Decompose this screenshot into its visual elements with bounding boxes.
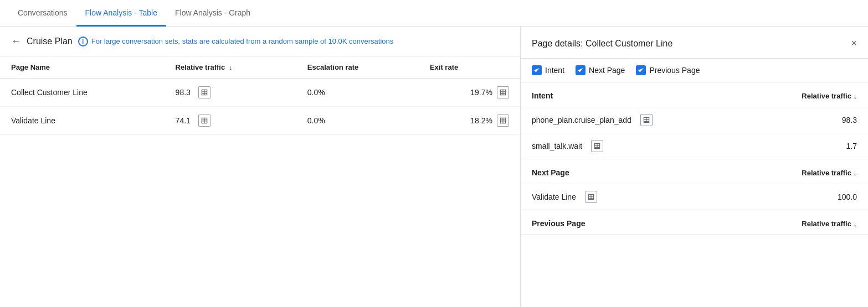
section-header-previous-page: Previous Page Relative traffic ↓: [521, 210, 868, 235]
table-icon[interactable]: [640, 114, 653, 126]
detail-row-name: phone_plan.cruise_plan_add: [532, 114, 653, 126]
checkbox-box-intent: [532, 65, 542, 75]
table-icon[interactable]: [591, 140, 603, 152]
right-panel: Page details: Collect Customer Line × In…: [521, 27, 868, 307]
table-row: Collect Customer Line 98.3 0.0% 19.7%: [0, 79, 520, 107]
section-header-next-page: Next Page Relative traffic ↓: [521, 159, 868, 184]
table-row: Validate Line 74.1 0.0% 18.2%: [0, 107, 520, 135]
checkbox-label-next-page: Next Page: [589, 66, 625, 75]
checkbox-label-previous-page: Previous Page: [649, 66, 700, 75]
cell-page-name: Collect Customer Line: [0, 79, 165, 107]
checkbox-next-page[interactable]: Next Page: [576, 65, 625, 75]
col-header-exit-rate: Exit rate: [419, 56, 520, 79]
detail-row-name: small_talk.wait: [532, 140, 603, 152]
checkbox-label-intent: Intent: [545, 66, 564, 75]
close-button[interactable]: ×: [851, 38, 857, 49]
info-icon: i: [78, 37, 88, 46]
col-header-relative-traffic: Relative traffic ↓: [165, 56, 296, 79]
table-icon[interactable]: [198, 115, 210, 127]
cell-exit-rate: 18.2%: [419, 107, 520, 135]
panel-title: Page details: Collect Customer Line: [532, 39, 672, 49]
table-icon[interactable]: [198, 86, 210, 98]
section-title-previous-page: Previous Page: [532, 219, 585, 228]
tab-conversations[interactable]: Conversations: [9, 0, 76, 27]
table-icon[interactable]: [585, 191, 597, 203]
detail-sections: Intent Relative traffic ↓ phone_plan.cru…: [521, 82, 868, 235]
section-previous-page: Previous Page Relative traffic ↓: [521, 210, 868, 235]
section-title-intent: Intent: [532, 91, 553, 100]
checkbox-box-next-page: [576, 65, 585, 75]
section-col-header-intent: Relative traffic ↓: [802, 92, 857, 100]
panel-header: Page details: Collect Customer Line ×: [521, 27, 868, 59]
detail-row: Validate Line 100.0: [521, 184, 868, 210]
cell-page-name: Validate Line: [0, 107, 165, 135]
notice-text: For large conversation sets, stats are c…: [91, 37, 394, 45]
col-header-page-name: Page Name: [0, 56, 165, 79]
section-col-header-next-page: Relative traffic ↓: [802, 169, 857, 177]
col-header-escalation-rate: Escalation rate: [296, 56, 419, 79]
tabs-bar: Conversations Flow Analysis - Table Flow…: [0, 0, 868, 27]
cell-relative-traffic: 98.3: [165, 79, 296, 107]
detail-row: small_talk.wait 1.7: [521, 133, 868, 159]
section-next-page: Next Page Relative traffic ↓ Validate Li…: [521, 159, 868, 210]
tab-flow-table[interactable]: Flow Analysis - Table: [76, 0, 166, 27]
breadcrumb-bar: ← Cruise Plan i For large conversation s…: [0, 27, 520, 56]
cell-escalation-rate: 0.0%: [296, 79, 419, 107]
detail-row-value: 1.7: [846, 142, 857, 150]
cell-relative-traffic: 74.1: [165, 107, 296, 135]
checkbox-previous-page[interactable]: Previous Page: [636, 65, 700, 75]
cell-escalation-rate: 0.0%: [296, 107, 419, 135]
detail-row: phone_plan.cruise_plan_add 98.3: [521, 107, 868, 133]
breadcrumb-title: Cruise Plan: [27, 37, 73, 46]
detail-row-name: Validate Line: [532, 191, 597, 203]
main-layout: ← Cruise Plan i For large conversation s…: [0, 27, 868, 307]
table-icon[interactable]: [497, 86, 509, 98]
tab-flow-graph[interactable]: Flow Analysis - Graph: [166, 0, 259, 27]
checkbox-box-previous-page: [636, 65, 646, 75]
table-icon[interactable]: [497, 115, 509, 127]
detail-row-value: 100.0: [838, 192, 857, 201]
section-intent: Intent Relative traffic ↓ phone_plan.cru…: [521, 82, 868, 159]
info-notice: i For large conversation sets, stats are…: [78, 37, 394, 46]
checkbox-intent[interactable]: Intent: [532, 65, 564, 75]
checkbox-row: Intent Next Page Previous Page: [521, 59, 868, 82]
section-title-next-page: Next Page: [532, 168, 569, 177]
flow-table: Page Name Relative traffic ↓ Escalation …: [0, 56, 520, 135]
back-arrow-button[interactable]: ←: [11, 35, 21, 47]
left-panel: ← Cruise Plan i For large conversation s…: [0, 27, 521, 307]
detail-row-value: 98.3: [842, 116, 857, 124]
sort-arrow-relative-traffic: ↓: [229, 64, 233, 71]
cell-exit-rate: 19.7%: [419, 79, 520, 107]
section-col-header-previous-page: Relative traffic ↓: [802, 220, 857, 228]
section-header-intent: Intent Relative traffic ↓: [521, 82, 868, 107]
